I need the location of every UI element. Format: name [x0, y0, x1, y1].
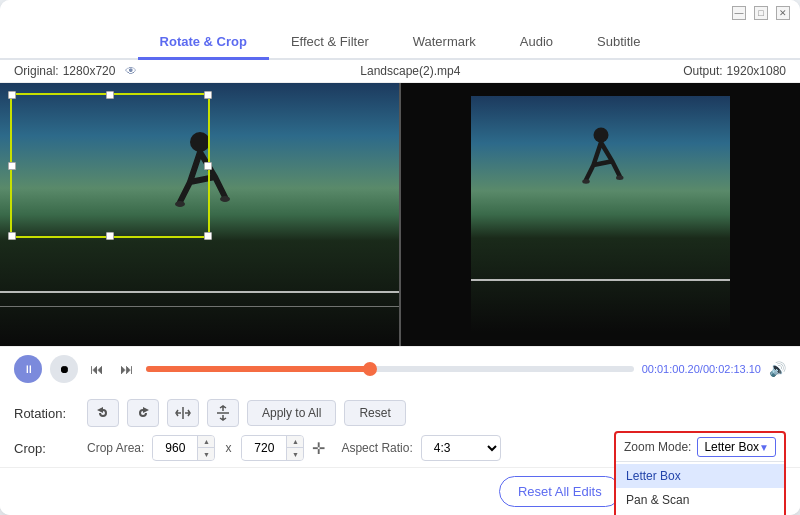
- preview-container: [0, 83, 800, 346]
- eye-icon[interactable]: 👁: [125, 64, 137, 78]
- zoom-mode-label: Zoom Mode:: [624, 440, 691, 454]
- zoom-dropdown-arrow-icon: ▼: [759, 442, 769, 453]
- crop-width-up[interactable]: ▲: [198, 436, 214, 448]
- crop-area-label: Crop Area:: [87, 441, 144, 455]
- tab-watermark[interactable]: Watermark: [391, 26, 498, 60]
- move-icon[interactable]: ✛: [312, 439, 325, 458]
- maximize-button[interactable]: □: [754, 6, 768, 20]
- playback-bar: ⏸ ⏺ ⏮ ⏭ 00:01:00.20/00:02:13.10 🔊: [0, 346, 800, 391]
- flip-horizontal-button[interactable]: [167, 399, 199, 427]
- original-label: Original:: [14, 64, 59, 78]
- next-frame-button[interactable]: ⏭: [116, 359, 138, 379]
- crop-handle-br[interactable]: [204, 232, 212, 240]
- apply-to-all-button[interactable]: Apply to All: [247, 400, 336, 426]
- crop-height-input[interactable]: [242, 437, 286, 459]
- original-value: 1280x720: [63, 64, 116, 78]
- reset-button[interactable]: Reset: [344, 400, 405, 426]
- rotate-left-button[interactable]: [87, 399, 119, 427]
- crop-height-spinners: ▲ ▼: [286, 436, 303, 460]
- minimize-button[interactable]: —: [732, 6, 746, 20]
- tab-rotate-crop[interactable]: Rotate & Crop: [138, 26, 269, 60]
- zoom-mode-select-display[interactable]: Letter Box ▼: [697, 437, 776, 457]
- crop-height-up[interactable]: ▲: [287, 436, 303, 448]
- output-value: 1920x1080: [727, 64, 786, 78]
- road-line-1: [0, 291, 399, 293]
- info-bar: Original: 1280x720 👁 Landscape(2).mp4 Ou…: [0, 60, 800, 83]
- x-separator: x: [223, 441, 233, 455]
- volume-icon[interactable]: 🔊: [769, 361, 786, 377]
- crop-handle-tr[interactable]: [204, 91, 212, 99]
- aspect-ratio-select[interactable]: 4:3 16:9 1:1 Custom: [421, 435, 501, 461]
- zoom-mode-value: Letter Box: [704, 440, 759, 454]
- crop-handle-bl[interactable]: [8, 232, 16, 240]
- filename: Landscape(2).mp4: [360, 64, 460, 78]
- time-display: 00:01:00.20/00:02:13.10: [642, 363, 761, 375]
- progress-thumb[interactable]: [363, 362, 377, 376]
- tab-subtitle[interactable]: Subtitle: [575, 26, 662, 60]
- zoom-options-list: Letter Box Pan & Scan Full: [616, 462, 784, 515]
- close-button[interactable]: ✕: [776, 6, 790, 20]
- crop-row: Crop: Crop Area: ▲ ▼ x ▲ ▼ ✛ Aspect Rati…: [14, 435, 786, 461]
- zoom-option-letter-box[interactable]: Letter Box: [616, 464, 784, 488]
- crop-width-input-group: ▲ ▼: [152, 435, 215, 461]
- crop-handle-tm[interactable]: [106, 91, 114, 99]
- zoom-option-pan-scan[interactable]: Pan & Scan: [616, 488, 784, 512]
- crop-label: Crop:: [14, 441, 79, 456]
- crop-overlay[interactable]: [10, 93, 210, 238]
- video-background-right: [401, 83, 800, 346]
- tab-effect-filter[interactable]: Effect & Filter: [269, 26, 391, 60]
- stop-button[interactable]: ⏺: [50, 355, 78, 383]
- zoom-mode-header: Zoom Mode: Letter Box ▼: [616, 433, 784, 462]
- preview-area: [0, 83, 800, 346]
- rotate-right-button[interactable]: [127, 399, 159, 427]
- reset-all-edits-button[interactable]: Reset All Edits: [499, 476, 621, 507]
- prev-frame-button[interactable]: ⏮: [86, 359, 108, 379]
- video-panel-right: [401, 83, 800, 346]
- crop-handle-ml[interactable]: [8, 162, 16, 170]
- flip-vertical-button[interactable]: [207, 399, 239, 427]
- svg-point-2: [220, 196, 230, 202]
- tab-audio[interactable]: Audio: [498, 26, 575, 60]
- progress-track[interactable]: [146, 366, 634, 372]
- crop-handle-bm[interactable]: [106, 232, 114, 240]
- zoom-mode-dropdown: Zoom Mode: Letter Box ▼ Letter Box Pan &…: [614, 431, 786, 515]
- pause-button[interactable]: ⏸: [14, 355, 42, 383]
- main-window: — □ ✕ Rotate & Crop Effect & Filter Wate…: [0, 0, 800, 515]
- svg-point-4: [582, 179, 590, 184]
- rotation-label: Rotation:: [14, 406, 79, 421]
- controls-area: Rotation: Apply to All Reset Crop: Crop …: [0, 391, 800, 467]
- title-bar: — □ ✕: [0, 0, 800, 26]
- crop-width-down[interactable]: ▼: [198, 448, 214, 460]
- tab-bar: Rotate & Crop Effect & Filter Watermark …: [0, 26, 800, 60]
- crop-height-input-group: ▲ ▼: [241, 435, 304, 461]
- progress-fill: [146, 366, 370, 372]
- crop-width-input[interactable]: [153, 437, 197, 459]
- svg-point-5: [616, 175, 624, 180]
- rotation-row: Rotation: Apply to All Reset: [14, 399, 786, 427]
- video-panel-left: [0, 83, 399, 346]
- output-label: Output:: [683, 64, 722, 78]
- crop-handle-tl[interactable]: [8, 91, 16, 99]
- road-line-2: [0, 306, 399, 307]
- crop-height-down[interactable]: ▼: [287, 448, 303, 460]
- video-right-content: [471, 96, 730, 333]
- crop-width-spinners: ▲ ▼: [197, 436, 214, 460]
- aspect-ratio-label: Aspect Ratio:: [341, 441, 412, 455]
- crop-handle-mr[interactable]: [204, 162, 212, 170]
